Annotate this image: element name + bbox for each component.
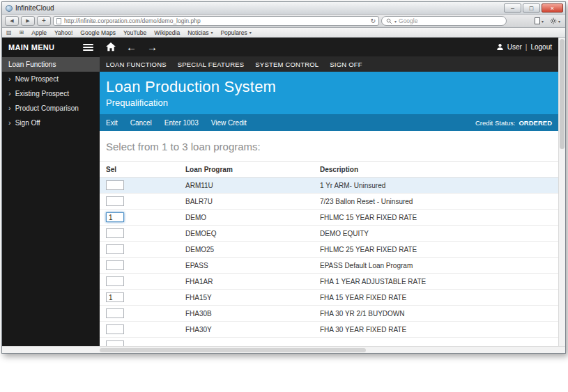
logout-link[interactable]: Logout <box>530 43 552 51</box>
horizontal-scrollbar[interactable] <box>2 346 565 353</box>
bookmark-youtube[interactable]: YouTube <box>123 29 146 36</box>
user-logout-separator: | <box>525 43 528 51</box>
action-view-credit[interactable]: View Credit <box>211 119 247 127</box>
search-engine-caret-icon: ▾ <box>394 19 397 24</box>
bookmark-apple[interactable]: Apple <box>31 29 47 36</box>
sel-input[interactable] <box>106 212 124 222</box>
loan-program-cell: FHA30Y <box>185 326 320 334</box>
sel-input[interactable] <box>106 308 124 318</box>
table-row: FHA15Y FHA 15 YEAR FIXED RATE <box>100 290 558 306</box>
loan-program-cell: DEMO <box>185 214 320 221</box>
sel-input[interactable] <box>106 260 124 270</box>
nav-item-system-control[interactable]: SYSTEM CONTROL <box>255 61 318 68</box>
browser-window: InfiniteCloud – □ × ◀ ▶ + http://infinit… <box>1 1 566 354</box>
user-icon <box>496 43 504 51</box>
page-header: Loan Production System Prequalification <box>100 72 558 114</box>
search-input[interactable]: ▾ Google <box>381 16 507 26</box>
table-row: FHA30Y FHA 30 YEAR FIXED RATE <box>100 322 558 338</box>
description-cell: 1 Yr ARM- Uninsured <box>320 182 558 189</box>
sel-input[interactable] <box>106 340 124 346</box>
bookmarks-bar: ▤ ⊞ Apple Yahoo! Google Maps YouTube Wik… <box>2 28 565 38</box>
main-menu-title: MAIN MENU <box>8 43 54 52</box>
action-enter-1003[interactable]: Enter 1003 <box>164 119 199 127</box>
sel-input[interactable] <box>106 244 124 254</box>
sidebar: MAIN MENU Loan Functions › New Prospect … <box>2 38 100 346</box>
description-cell: FHA 30 YR 2/1 BUYDOWN <box>320 310 558 317</box>
main-area: ← → User | Logout LOAN FUNCTIONSSPECIAL … <box>100 38 558 346</box>
reload-icon[interactable]: ↻ <box>370 17 376 24</box>
gear-icon <box>550 17 557 24</box>
hamburger-menu-icon[interactable] <box>83 42 93 52</box>
caret-down-icon: ▾ <box>558 19 560 24</box>
loan-program-cell: ARM11U <box>185 182 320 189</box>
back-button[interactable]: ◀ <box>5 16 19 26</box>
app-forward-arrow[interactable]: → <box>147 42 158 52</box>
vertical-scrollbar-thumb[interactable] <box>560 39 565 149</box>
nav-item-special-features[interactable]: SPECIAL FEATURES <box>178 61 245 68</box>
top-sites-grid-icon[interactable]: ⊞ <box>20 29 24 36</box>
table-header: Sel Loan Program Description <box>100 161 558 178</box>
caret-down-icon: ▾ <box>250 30 252 35</box>
page-menu-button[interactable]: ▾ <box>535 17 544 24</box>
address-bar[interactable]: http://infinite.corporation.com/demo/dem… <box>53 16 379 26</box>
caret-down-icon: ▾ <box>210 30 213 35</box>
forward-button[interactable]: ▶ <box>21 16 35 26</box>
loan-program-cell: FHA15Y <box>185 294 320 301</box>
sel-input[interactable] <box>106 180 124 190</box>
sidebar-item-existing-prospect[interactable]: › Existing Prospect <box>2 86 100 101</box>
action-cancel[interactable]: Cancel <box>130 119 152 127</box>
sidebar-item-new-prospect[interactable]: › New Prospect <box>2 72 100 86</box>
bookmark-wikipedia[interactable]: Wikipedia <box>154 29 180 36</box>
bookmark-populares[interactable]: Populares ▾ <box>220 29 251 36</box>
sidebar-item-loan-functions[interactable]: Loan Functions <box>2 57 100 72</box>
sidebar-item-label: Existing Prospect <box>15 90 69 97</box>
user-area: User | Logout <box>496 43 552 51</box>
table-rows: ARM11U 1 Yr ARM- Uninsured BALR7U 7/23 B… <box>100 178 558 346</box>
sel-input[interactable] <box>106 228 124 238</box>
loan-program-cell: FHA30B <box>185 310 320 317</box>
loan-program-cell: EPASS <box>185 262 320 269</box>
page-icon <box>535 17 540 24</box>
sidebar-item-label: Loan Functions <box>8 61 56 68</box>
home-icon[interactable] <box>106 42 116 52</box>
minimize-button[interactable]: – <box>504 3 521 13</box>
vertical-scrollbar[interactable] <box>558 38 565 346</box>
nav-item-loan-functions[interactable]: LOAN FUNCTIONS <box>106 61 167 68</box>
bookmark-yahoo[interactable]: Yahoo! <box>54 29 72 36</box>
search-placeholder: Google <box>399 17 417 24</box>
sel-input[interactable] <box>106 276 124 286</box>
page-subtitle: Prequalification <box>106 97 552 108</box>
action-exit[interactable]: Exit <box>106 119 118 127</box>
close-button[interactable]: × <box>542 3 563 13</box>
table-row-partial <box>100 338 558 346</box>
sidebar-header: MAIN MENU <box>2 38 100 57</box>
nav-item-sign-off[interactable]: SIGN OFF <box>330 61 362 68</box>
bookmark-noticias[interactable]: Noticias ▾ <box>187 29 213 36</box>
user-link[interactable]: User <box>507 43 522 51</box>
loan-program-cell: DEMO25 <box>185 246 320 253</box>
url-text: http://infinite.corporation.com/demo/dem… <box>64 17 367 24</box>
bookmark-google-maps[interactable]: Google Maps <box>80 29 116 36</box>
description-cell: FHA 1 YEAR ADJUSTABLE RATE <box>320 278 558 285</box>
bookmarks-bar-items: Apple Yahoo! Google Maps YouTube Wikiped… <box>31 29 251 36</box>
sel-input[interactable] <box>106 292 124 302</box>
chevron-right-icon: › <box>8 104 11 112</box>
sel-input[interactable] <box>106 324 124 334</box>
add-bookmark-button[interactable]: + <box>37 16 51 26</box>
action-toolbar: ExitCancelEnter 1003View Credit Credit S… <box>100 114 558 131</box>
sidebar-item-sign-off[interactable]: › Sign Off <box>2 116 100 130</box>
app-back-arrow[interactable]: ← <box>126 42 137 52</box>
description-cell: FHLMC 15 YEAR FIXED RATE <box>320 214 558 221</box>
column-header-loan-program: Loan Program <box>185 166 320 173</box>
bookmarks-book-icon[interactable]: ▤ <box>6 29 12 36</box>
content-area: Select from 1 to 3 loan programs: Sel Lo… <box>100 131 558 346</box>
table-row: FHA1AR FHA 1 YEAR ADJUSTABLE RATE <box>100 274 558 290</box>
sel-input[interactable] <box>106 196 124 206</box>
sidebar-item-product-comparison[interactable]: › Product Comparison <box>2 101 100 116</box>
maximize-button[interactable]: □ <box>523 3 540 13</box>
page-title: Loan Production System <box>106 78 552 96</box>
description-cell: 7/23 Ballon Reset - Uninsured <box>320 198 558 205</box>
settings-menu-button[interactable]: ▾ <box>550 17 560 24</box>
horizontal-scrollbar-thumb[interactable] <box>100 348 366 352</box>
description-cell: FHLMC 25 YEAR FIXED RATE <box>320 246 558 253</box>
